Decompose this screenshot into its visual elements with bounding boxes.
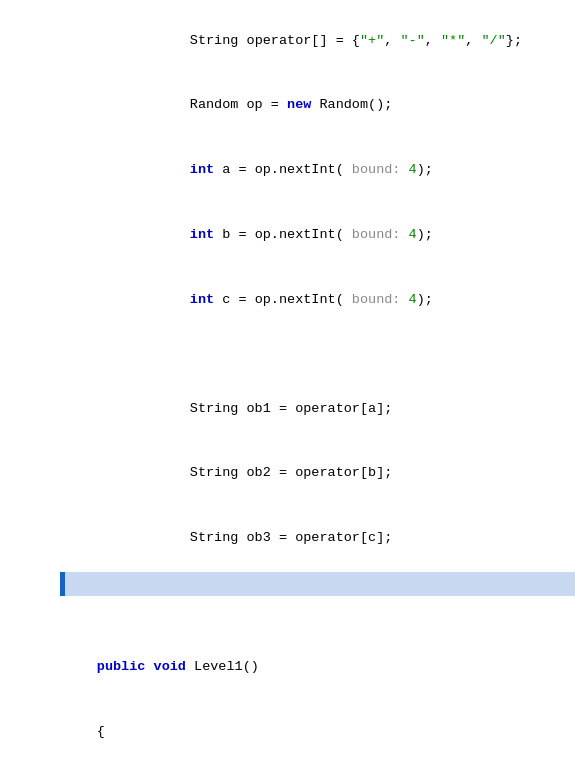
code-text: {: [32, 699, 105, 764]
code-text: int c = op.nextInt( bound: 4);: [125, 267, 433, 332]
code-section-2: public void Level1() { Random generator …: [0, 634, 575, 782]
code-text: String operator[] = {"+", "-", "*", "/"}…: [125, 8, 522, 73]
code-text: String ob1 = operator[a];: [125, 376, 392, 441]
code-line: Random generator = new Random();: [0, 764, 575, 782]
code-line: String ob1 = operator[a];: [60, 376, 575, 441]
code-line: String ob2 = operator[b];: [60, 441, 575, 506]
section-gap: [0, 596, 575, 634]
code-line: String operator[] = {"+", "-", "*", "/"}…: [60, 8, 575, 73]
code-line: String ob3 = operator[c];: [60, 505, 575, 570]
code-text: Random op = new Random();: [125, 73, 392, 138]
code-line: int a = op.nextInt( bound: 4);: [60, 138, 575, 203]
blank-line: [60, 354, 575, 376]
code-container: String operator[] = {"+", "-", "*", "/"}…: [0, 0, 575, 782]
code-section-1: String operator[] = {"+", "-", "*", "/"}…: [0, 0, 575, 596]
code-text: Random generator = new Random();: [65, 764, 389, 782]
code-text: String ob2 = operator[b];: [125, 441, 392, 506]
accent-bar: [60, 572, 65, 596]
code-text: String ob3 = operator[c];: [125, 505, 392, 570]
code-line: Random op = new Random();: [60, 73, 575, 138]
code-text: public void Level1(): [32, 634, 259, 699]
code-line: int b = op.nextInt( bound: 4);: [60, 202, 575, 267]
code-line: {: [0, 699, 575, 764]
blank-line: [60, 332, 575, 354]
code-text: int b = op.nextInt( bound: 4);: [125, 202, 433, 267]
code-line: public void Level1(): [0, 634, 575, 699]
highlighted-line: [60, 572, 575, 596]
code-text: int a = op.nextInt( bound: 4);: [125, 138, 433, 203]
code-line: int c = op.nextInt( bound: 4);: [60, 267, 575, 332]
